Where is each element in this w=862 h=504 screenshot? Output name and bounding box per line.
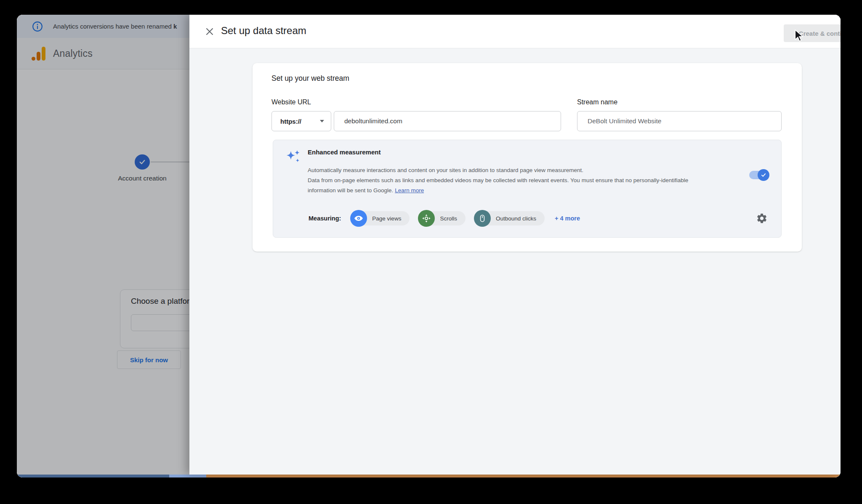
enhanced-measurement-section: Enhanced measurement Automatically measu… [273, 140, 782, 238]
chip-label: Outbound clicks [483, 211, 545, 225]
measure-chip-page-views: Page views [350, 210, 410, 227]
dialog-header: Set up data stream Create & continue [189, 15, 841, 48]
website-url-box [334, 111, 561, 131]
stream-name-label: Stream name [577, 98, 617, 106]
gear-icon[interactable] [756, 212, 768, 224]
measure-chip-outbound-clicks: Outbound clicks [474, 210, 545, 227]
protocol-value: https:// [280, 118, 301, 125]
description-line-3-text: information will be sent to Google. [308, 187, 393, 194]
check-icon [761, 172, 766, 178]
stream-name-input[interactable] [577, 111, 781, 131]
web-stream-card: Set up your web stream Website URL https… [253, 63, 802, 252]
website-url-label: Website URL [271, 98, 311, 106]
media-progress-bar[interactable] [17, 475, 841, 477]
app-window: Analytics conversions have been renamed … [17, 15, 841, 477]
enhanced-measurement-title: Enhanced measurement [308, 149, 380, 156]
website-url-input[interactable] [334, 111, 561, 131]
measure-chip-scrolls: Scrolls [418, 210, 466, 227]
enhanced-measurement-toggle[interactable] [749, 171, 768, 179]
progress-segment [169, 475, 206, 477]
measuring-row: Measuring: Page views [309, 210, 743, 227]
card-title: Set up your web stream [271, 74, 349, 83]
more-measurements-link[interactable]: + 4 more [555, 215, 580, 222]
enhanced-measurement-description: Automatically measure interactions and c… [308, 165, 741, 196]
stream-name-box [577, 111, 782, 131]
setup-data-stream-dialog: Set up data stream Create & continue Set… [189, 15, 841, 475]
dialog-title: Set up data stream [221, 25, 306, 37]
description-line-3: information will be sent to Google. Lear… [308, 186, 741, 196]
chevron-down-icon [320, 120, 324, 122]
chip-label: Page views [359, 211, 410, 225]
mouse-cursor [793, 29, 804, 42]
protocol-select[interactable]: https:// [271, 111, 331, 131]
mouse-icon [474, 210, 491, 227]
description-line-1: Automatically measure interactions and c… [308, 165, 741, 175]
measuring-label: Measuring: [309, 215, 341, 222]
progress-segment [206, 475, 841, 477]
description-line-2: Data from on-page elements such as links… [308, 175, 741, 186]
learn-more-link[interactable]: Learn more [395, 187, 424, 194]
progress-segment [17, 475, 169, 477]
close-icon[interactable] [205, 27, 215, 37]
toggle-thumb [758, 169, 769, 181]
sparkle-icon [285, 149, 302, 165]
create-and-continue-button[interactable]: Create & continue [784, 24, 841, 42]
